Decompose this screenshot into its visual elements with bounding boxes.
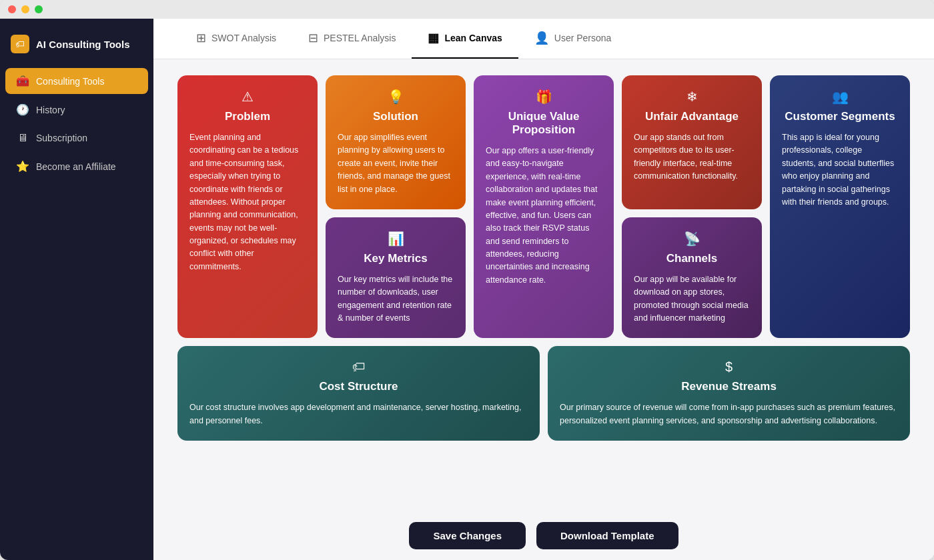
canvas-area: ⚠ Problem Event planning and coordinatin…	[153, 59, 934, 511]
revenue-icon: $	[560, 359, 898, 375]
titlebar	[0, 0, 934, 19]
channels-title: Channels	[634, 252, 750, 265]
sidebar-logo: 🏷 AI Consulting Tools	[0, 29, 153, 67]
card-unfair-advantage: ❄ Unfair Advantage Our app stands out fr…	[622, 75, 762, 209]
minimize-dot[interactable]	[21, 5, 29, 13]
channels-text: Our app will be available for download o…	[634, 273, 750, 325]
app-body: 🏷 AI Consulting Tools 🧰 Consulting Tools…	[0, 19, 934, 560]
top-grid: ⚠ Problem Event planning and coordinatin…	[177, 75, 910, 338]
card-revenue-streams: $ Revenue Streams Our primary source of …	[548, 346, 910, 441]
metrics-title: Key Metrics	[338, 252, 454, 265]
cost-title: Cost Structure	[189, 380, 528, 393]
sidebar-label-subscription: Subscription	[36, 133, 87, 143]
card-channels: 📡 Channels Our app will be available for…	[622, 217, 762, 339]
affiliate-icon: ⭐	[16, 160, 29, 173]
tab-bar: ⊞ SWOT Analysis ⊟ PESTEL Analysis ▦ Lean…	[153, 19, 934, 59]
card-customer-segments: 👥 Customer Segments This app is ideal fo…	[770, 75, 910, 338]
card-solution: 💡 Solution Our app simplifies event plan…	[326, 75, 466, 209]
footer: Save Changes Download Template	[153, 511, 934, 560]
sidebar-item-consulting-tools[interactable]: 🧰 Consulting Tools	[5, 68, 148, 94]
revenue-title: Revenue Streams	[560, 380, 898, 393]
sidebar-item-affiliate[interactable]: ⭐ Become an Affiliate	[5, 153, 148, 179]
tab-swot-label: SWOT Analysis	[211, 33, 276, 43]
channels-icon: 📡	[634, 231, 750, 247]
cost-text: Our cost structure involves app developm…	[189, 401, 528, 427]
problem-icon: ⚠	[189, 89, 306, 105]
sidebar-label-affiliate: Become an Affiliate	[36, 161, 116, 172]
pestel-icon: ⊟	[308, 31, 318, 45]
history-icon: 🕐	[16, 103, 29, 116]
tab-pestel-label: PESTEL Analysis	[324, 33, 396, 43]
cost-icon: 🏷	[189, 359, 528, 375]
card-key-metrics: 📊 Key Metrics Our key metrics will inclu…	[326, 217, 466, 339]
save-button[interactable]: Save Changes	[409, 522, 526, 549]
logo-icon: 🏷	[11, 35, 29, 53]
tab-lean-canvas[interactable]: ▦ Lean Canvas	[412, 19, 518, 59]
close-dot[interactable]	[8, 5, 16, 13]
swot-icon: ⊞	[196, 31, 206, 45]
maximize-dot[interactable]	[35, 5, 43, 13]
sidebar-label-history: History	[36, 105, 65, 115]
subscription-icon: 🖥	[16, 132, 29, 144]
sidebar-item-history[interactable]: 🕐 History	[5, 97, 148, 123]
main-content: ⊞ SWOT Analysis ⊟ PESTEL Analysis ▦ Lean…	[153, 19, 934, 560]
sidebar: 🏷 AI Consulting Tools 🧰 Consulting Tools…	[0, 19, 153, 560]
consulting-tools-icon: 🧰	[16, 75, 29, 87]
segments-text: This app is ideal for young professional…	[782, 131, 898, 209]
tab-lean-canvas-label: Lean Canvas	[444, 33, 502, 43]
bottom-grid: 🏷 Cost Structure Our cost structure invo…	[177, 346, 910, 441]
user-persona-icon: 👤	[534, 31, 549, 45]
segments-title: Customer Segments	[782, 110, 898, 123]
tab-user-persona[interactable]: 👤 User Persona	[518, 19, 628, 59]
solution-text: Our app simplifies event planning by all…	[338, 131, 454, 196]
card-problem: ⚠ Problem Event planning and coordinatin…	[177, 75, 318, 338]
unfair-title: Unfair Advantage	[634, 110, 750, 123]
card-uvp: 🎁 Unique Value Proposition Our app offer…	[474, 75, 614, 338]
sidebar-item-subscription[interactable]: 🖥 Subscription	[5, 125, 148, 151]
tab-swot[interactable]: ⊞ SWOT Analysis	[180, 19, 292, 59]
metrics-icon: 📊	[338, 231, 454, 247]
uvp-icon: 🎁	[486, 89, 602, 105]
download-template-button[interactable]: Download Template	[536, 522, 678, 549]
problem-text: Event planning and coordinating can be a…	[189, 131, 306, 273]
solution-icon: 💡	[338, 89, 454, 105]
unfair-text: Our app stands out from competitors due …	[634, 131, 750, 183]
sidebar-label-consulting-tools: Consulting Tools	[36, 76, 104, 87]
tab-user-persona-label: User Persona	[554, 33, 612, 43]
app-name: AI Consulting Tools	[36, 39, 130, 50]
unfair-icon: ❄	[634, 89, 750, 105]
lean-canvas-icon: ▦	[428, 31, 439, 45]
uvp-text: Our app offers a user-friendly and easy-…	[486, 145, 602, 287]
app-window: 🏷 AI Consulting Tools 🧰 Consulting Tools…	[0, 0, 934, 560]
solution-title: Solution	[338, 110, 454, 123]
problem-title: Problem	[189, 110, 306, 123]
revenue-text: Our primary source of revenue will come …	[560, 401, 898, 427]
tab-pestel[interactable]: ⊟ PESTEL Analysis	[292, 19, 412, 59]
card-cost-structure: 🏷 Cost Structure Our cost structure invo…	[177, 346, 540, 441]
uvp-title: Unique Value Proposition	[486, 110, 602, 137]
segments-icon: 👥	[782, 89, 898, 105]
metrics-text: Our key metrics will include the number …	[338, 273, 454, 325]
